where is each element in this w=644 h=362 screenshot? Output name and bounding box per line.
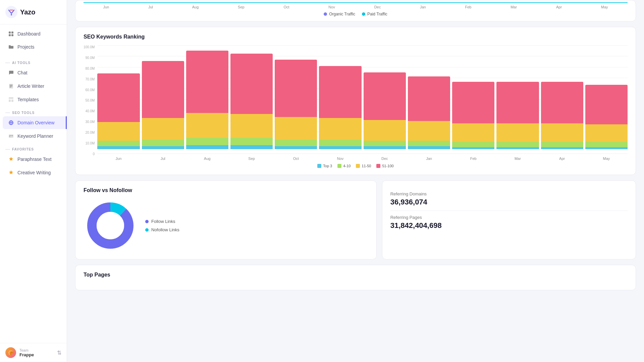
traffic-x-may: May (601, 5, 608, 9)
donut-chart-svg (84, 199, 137, 252)
referring-domains-label: Referring Domains (390, 191, 628, 196)
top-pages-title: Top Pages (84, 272, 628, 278)
referring-domains-value: 36,936,074 (390, 198, 628, 206)
sidebar-item-templates[interactable]: Templates (3, 93, 64, 106)
bar-group-may (585, 45, 628, 149)
bar-group-nov (319, 45, 361, 149)
ai-tools-label: AI TOOLS (0, 56, 67, 66)
template-icon (8, 97, 14, 103)
y-20m: 20.0M (84, 131, 95, 134)
bottom-row: Follow vs Nofollow Follow Links (75, 180, 636, 259)
legend-51-100: 51-100 (376, 164, 393, 168)
sidebar-item-projects-label: Projects (17, 44, 35, 50)
sidebar-item-chat-label: Chat (17, 70, 28, 75)
follow-label: Follow Links (151, 219, 175, 224)
y-50m: 50.0M (84, 99, 95, 102)
bar-group-jun (97, 45, 140, 149)
y-10m: 10.0M (84, 141, 95, 145)
sidebar-item-projects[interactable]: Projects (3, 41, 64, 53)
referring-domains-section: Referring Domains 36,936,074 (390, 187, 628, 211)
traffic-x-feb: Feb (465, 5, 471, 9)
star-icon-creative (8, 170, 14, 176)
y-80m: 80.0M (84, 67, 95, 70)
traffic-x-mar: Mar (511, 5, 517, 9)
y-70m: 70.0M (84, 77, 95, 81)
sidebar-item-article-writer-label: Article Writer (17, 83, 44, 89)
organic-legend: Organic Traffic (324, 12, 355, 16)
sidebar: Yazo Dashboard Projects AI TOOLS Chat Ar… (0, 0, 67, 362)
x-label-mar: Mar (496, 157, 539, 161)
y-0: 0 (84, 152, 95, 156)
referring-pages-value: 31,842,404,698 (390, 221, 628, 230)
y-40m: 40.0M (84, 109, 95, 113)
avatar: 🥐 (5, 347, 16, 358)
y-60m: 60.0M (84, 88, 95, 92)
svg-rect-19 (9, 136, 10, 137)
svg-point-22 (97, 212, 124, 239)
svg-rect-17 (9, 135, 11, 136)
sidebar-item-keyword-planner[interactable]: Keyword Planner (3, 130, 64, 142)
bar-group-oct (275, 45, 317, 149)
x-label-aug: Aug (186, 157, 228, 161)
traffic-x-apr: Apr (556, 5, 562, 9)
keyword-icon (8, 133, 14, 139)
sidebar-item-chat[interactable]: Chat (3, 66, 64, 79)
svg-rect-3 (11, 32, 13, 34)
footer-team-label: Team (19, 348, 54, 352)
donut-title: Follow vs Nofollow (84, 187, 368, 193)
x-label-jul: Jul (142, 157, 184, 161)
donut-card: Follow vs Nofollow Follow Links (75, 180, 377, 259)
legend-51-100-label: 51-100 (382, 164, 393, 168)
sidebar-item-dashboard-label: Dashboard (17, 31, 41, 37)
svg-rect-12 (11, 100, 13, 102)
footer-chevron-icon[interactable]: ⇅ (57, 350, 61, 356)
sidebar-item-creative-writing-label: Creative Writing (17, 170, 51, 175)
sidebar-item-keyword-planner-label: Keyword Planner (17, 133, 53, 139)
bar-chart-wrapper: 100.0M 90.0M 80.0M 70.0M 60.0M 50.0M 40.… (84, 45, 628, 161)
svg-rect-10 (9, 97, 13, 99)
traffic-chart-partial: Jun Jul Aug Sep Oct Nov Dec Jan Feb Mar … (75, 0, 636, 21)
favorites-label: FAVORITES (0, 143, 67, 153)
sidebar-item-paraphrase-label: Paraphrase Text (17, 157, 52, 162)
svg-rect-11 (9, 100, 11, 102)
traffic-x-jun: Jun (103, 5, 109, 9)
donut-inner: Follow Links Nofollow Links (84, 199, 368, 252)
seo-keywords-title: SEO Keywords Ranking (84, 34, 628, 40)
svg-point-1 (11, 14, 12, 15)
footer-user-name: Frappe (19, 352, 54, 357)
bar-group-sep (230, 45, 273, 149)
svg-rect-2 (9, 32, 11, 34)
sidebar-item-templates-label: Templates (17, 97, 39, 102)
traffic-x-nov: Nov (328, 5, 335, 9)
sidebar-footer: 🥐 Team Frappe ⇅ (0, 343, 67, 362)
y-30m: 30.0M (84, 120, 95, 124)
svg-rect-8 (10, 86, 12, 86)
grid-icon (8, 31, 14, 37)
svg-rect-9 (10, 87, 11, 87)
sidebar-item-domain-overview-label: Domain Overview (17, 120, 54, 125)
svg-point-0 (5, 6, 17, 18)
bar-group-apr (541, 45, 583, 149)
bar-group-dec (364, 45, 406, 149)
legend-top3-label: Top 3 (323, 164, 332, 168)
sidebar-item-domain-overview[interactable]: Domain Overview (3, 116, 67, 129)
svg-rect-7 (10, 85, 12, 85)
folder-icon (8, 44, 14, 50)
legend-4-10-label: 4-10 (343, 164, 351, 168)
paid-label: Paid Traffic (367, 12, 387, 16)
x-label-jun: Jun (97, 157, 140, 161)
nofollow-legend: Nofollow Links (145, 227, 179, 232)
sidebar-item-dashboard[interactable]: Dashboard (3, 27, 64, 40)
donut-legend: Follow Links Nofollow Links (145, 219, 179, 232)
follow-legend: Follow Links (145, 219, 179, 224)
yazo-logo-icon (5, 6, 17, 18)
x-label-dec: Dec (364, 157, 406, 161)
sidebar-item-creative-writing[interactable]: Creative Writing (3, 166, 64, 179)
x-label-feb: Feb (452, 157, 494, 161)
bar-group-jul (142, 45, 184, 149)
legend-11-50-label: 11-50 (362, 164, 371, 168)
x-label-may: May (585, 157, 628, 161)
sidebar-item-article-writer[interactable]: Article Writer (3, 80, 64, 93)
sidebar-item-paraphrase-text[interactable]: Paraphrase Text (3, 153, 64, 166)
bar-group-jan (408, 45, 450, 149)
